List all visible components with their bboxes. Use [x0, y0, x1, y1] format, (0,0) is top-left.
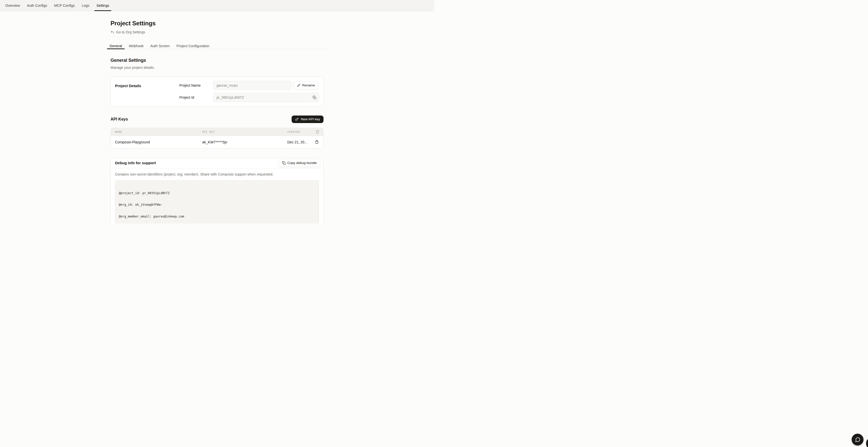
code-line: @org_member_email: gaurav@inkeep.com: [119, 215, 315, 219]
settings-subtabs: General Webhook Auth Screen Project Conf…: [107, 43, 329, 49]
api-keys-header: API Keys New API key: [111, 116, 323, 123]
tab-general[interactable]: General: [107, 43, 125, 49]
nav-tab-overview[interactable]: Overview: [3, 0, 22, 11]
debug-info-card: Debug info for support Copy debug bundle…: [111, 158, 323, 224]
delete-column-icon: [309, 130, 319, 134]
project-id-row: Project Id: [179, 93, 319, 102]
copy-debug-bundle-label: Copy debug bundle: [287, 161, 317, 165]
project-name-input[interactable]: [213, 81, 291, 90]
nav-tab-settings[interactable]: Settings: [94, 0, 111, 11]
general-settings-heading: General Settings: [111, 58, 323, 63]
trash-icon: [315, 140, 319, 144]
project-id-label: Project Id: [179, 95, 213, 99]
debug-description: Contains non-secret identifiers (project…: [115, 172, 319, 176]
code-line: @org_id: ok_jVveqqkYFWa-: [119, 203, 315, 207]
new-api-key-button[interactable]: New API key: [291, 116, 323, 123]
api-keys-table: NAME API KEY CREATED Composio-Playground…: [111, 128, 323, 149]
col-created-header: CREATED: [287, 130, 309, 133]
rename-button-label: Rename: [302, 84, 315, 87]
nav-tab-auth-configs[interactable]: Auth Configs: [25, 0, 49, 11]
copy-project-id-button[interactable]: [312, 95, 317, 100]
col-key-header: API KEY: [202, 130, 287, 133]
code-line: @project_id: pr_06th1pLdNtTZ: [119, 191, 315, 195]
api-key-row: Composio-Playground ak_KW7*****Sjv Dec 2…: [111, 136, 323, 149]
api-key-value: ak_KW7*****Sjv: [202, 140, 287, 144]
delete-api-key-button[interactable]: [314, 140, 319, 145]
general-settings-description: Manage your project details.: [111, 66, 323, 70]
corner-up-left-icon: [111, 30, 114, 34]
copy-debug-bundle-button[interactable]: Copy debug bundle: [279, 159, 320, 167]
debug-card-title: Debug info for support: [115, 161, 156, 165]
nav-tab-mcp-configs[interactable]: MCP Configs: [52, 0, 77, 11]
project-details-card: Project Details Project Name Rename Proj…: [111, 76, 323, 107]
settings-content: Project Settings Go to Org Settings Gene…: [111, 20, 323, 224]
page-title: Project Settings: [111, 20, 323, 27]
project-nav: Overview Auth Configs MCP Configs Logs S…: [0, 0, 434, 11]
nav-tab-logs[interactable]: Logs: [80, 0, 91, 11]
copy-icon: [282, 161, 285, 165]
tab-auth-screen[interactable]: Auth Screen: [148, 43, 172, 49]
debug-card-header: Debug info for support Copy debug bundle: [111, 158, 323, 168]
project-id-input[interactable]: [213, 93, 319, 102]
api-keys-title: API Keys: [111, 117, 128, 122]
copy-icon: [313, 96, 316, 99]
api-keys-table-header: NAME API KEY CREATED: [111, 128, 323, 136]
back-link-label: Go to Org Settings: [116, 30, 145, 34]
api-key-created: Dec 21, 20...: [287, 140, 309, 144]
api-key-name: Composio-Playground: [115, 140, 202, 144]
project-details-fields: Project Name Rename Project Id: [179, 81, 319, 102]
new-api-key-label: New API key: [301, 117, 320, 121]
debug-code-block: @project_id: pr_06th1pLdNtTZ @org_id: ok…: [115, 180, 319, 224]
tab-webhook[interactable]: Webhook: [126, 43, 146, 49]
project-name-label: Project Name: [179, 84, 213, 87]
rename-button[interactable]: Rename: [293, 82, 318, 89]
go-to-org-settings-link[interactable]: Go to Org Settings: [111, 30, 145, 34]
pencil-icon: [297, 84, 300, 87]
project-details-title: Project Details: [115, 81, 179, 102]
project-name-row: Project Name Rename: [179, 81, 319, 90]
tab-project-configuration[interactable]: Project Configuration: [174, 43, 212, 49]
key-icon: [295, 118, 299, 121]
col-name-header: NAME: [115, 130, 202, 133]
